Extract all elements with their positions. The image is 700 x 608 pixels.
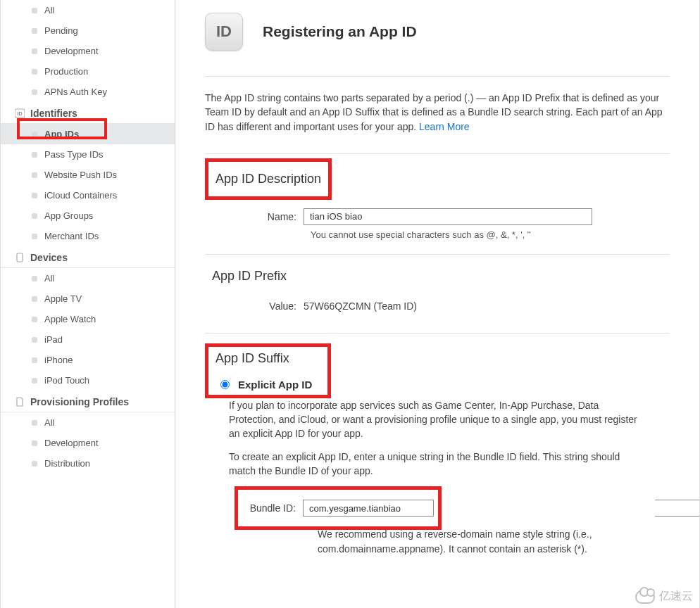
bullet-icon	[32, 378, 37, 384]
sidebar-item-label: Merchant IDs	[44, 231, 99, 241]
sidebar-heading-label: Devices	[30, 252, 68, 263]
highlight-box-suffix: App ID Suffix Explicit App ID	[205, 343, 331, 398]
bullet-icon	[32, 28, 37, 34]
sidebar-item-pass-type-ids[interactable]: Pass Type IDs	[1, 144, 175, 165]
sidebar-item-devices-all[interactable]: All	[1, 268, 175, 289]
prefix-value-label: Value:	[205, 300, 304, 312]
bullet-icon	[32, 49, 37, 54]
bullet-icon	[32, 276, 37, 281]
sidebar-item-label: All	[44, 417, 54, 428]
main-content: ID Registering an App ID The App ID stri…	[175, 0, 699, 608]
sidebar-heading-profiles[interactable]: Provisioning Profiles	[1, 391, 175, 412]
sidebar-item-development[interactable]: Development	[1, 41, 175, 61]
svg-text:ID: ID	[18, 111, 23, 116]
sidebar-item-profiles-distribution[interactable]: Distribution	[1, 453, 175, 474]
section-title-description: App ID Description	[208, 162, 328, 196]
section-title-prefix: App ID Prefix	[205, 259, 294, 293]
bullet-icon	[32, 296, 37, 302]
bullet-icon	[32, 172, 37, 178]
name-input[interactable]	[304, 208, 592, 225]
page-header: ID Registering an App ID	[205, 0, 670, 72]
sidebar-item-profiles-development[interactable]: Development	[1, 433, 175, 453]
suffix-paragraph-1: If you plan to incorporate app services …	[229, 398, 670, 450]
highlight-box-description: App ID Description	[205, 158, 332, 200]
explicit-app-id-radio[interactable]	[220, 380, 230, 389]
bullet-icon	[32, 441, 37, 446]
divider	[205, 254, 670, 255]
bullet-icon	[32, 69, 37, 75]
sidebar-item-ipod-touch[interactable]: iPod Touch	[1, 370, 175, 391]
sidebar-item-label: Apple TV	[44, 293, 82, 304]
sidebar-group-identifiers: App IDs Pass Type IDs Website Push IDs i…	[1, 124, 175, 246]
bullet-icon	[32, 89, 37, 95]
section-title-suffix: App ID Suffix	[215, 351, 289, 379]
bullet-icon	[32, 317, 37, 322]
bullet-icon	[32, 193, 37, 198]
sidebar-item-label: iCloud Containers	[44, 190, 117, 201]
sidebar-heading-label: Identifiers	[30, 108, 77, 119]
sidebar-group-certificates: All Pending Development Production APNs …	[1, 0, 175, 102]
bullet-icon	[32, 132, 37, 137]
sidebar-item-label: App IDs	[44, 129, 79, 139]
sidebar-item-label: Distribution	[44, 458, 90, 469]
name-label: Name:	[205, 211, 304, 222]
sidebar-item-icloud-containers[interactable]: iCloud Containers	[1, 185, 175, 205]
sidebar-item-apple-watch[interactable]: Apple Watch	[1, 309, 175, 329]
bundle-id-label: Bundle ID:	[242, 502, 303, 514]
sidebar-item-all[interactable]: All	[1, 0, 175, 20]
sidebar-item-website-push-ids[interactable]: Website Push IDs	[1, 165, 175, 185]
sidebar-heading-devices[interactable]: Devices	[1, 246, 175, 268]
sidebar-item-merchant-ids[interactable]: Merchant IDs	[1, 226, 175, 246]
sidebar: All Pending Development Production APNs …	[1, 0, 175, 608]
sidebar-item-apple-tv[interactable]: Apple TV	[1, 289, 175, 309]
watermark-text: 亿速云	[659, 589, 693, 604]
id-badge-icon: ID	[15, 108, 25, 118]
intro-text: The App ID string contains two parts sep…	[205, 81, 670, 149]
bullet-icon	[32, 357, 37, 363]
divider	[205, 333, 670, 334]
divider	[205, 76, 670, 77]
sidebar-item-label: Apple Watch	[44, 314, 96, 324]
sidebar-heading-label: Provisioning Profiles	[30, 396, 129, 407]
bullet-icon	[32, 420, 37, 426]
divider	[205, 153, 670, 154]
bullet-icon	[32, 234, 37, 239]
name-hint: You cannot use special characters such a…	[311, 229, 670, 250]
sidebar-item-label: All	[44, 5, 54, 15]
svg-rect-2	[17, 253, 23, 262]
bundle-id-input[interactable]	[303, 500, 434, 517]
learn-more-link[interactable]: Learn More	[419, 121, 470, 132]
sidebar-item-label: Development	[44, 438, 99, 448]
sidebar-item-label: iPhone	[44, 355, 73, 365]
sidebar-item-label: App Groups	[44, 210, 93, 221]
sidebar-item-app-ids[interactable]: App IDs	[1, 124, 175, 144]
sidebar-item-apns-auth-key[interactable]: APNs Auth Key	[1, 82, 175, 102]
explicit-app-id-label: Explicit App ID	[238, 379, 312, 391]
sidebar-item-label: iPad	[44, 334, 63, 345]
sidebar-item-label: Website Push IDs	[44, 170, 117, 180]
app-id-badge-icon: ID	[205, 13, 243, 51]
sidebar-item-ipad[interactable]: iPad	[1, 329, 175, 350]
bullet-icon	[32, 461, 37, 467]
cloud-icon	[635, 590, 655, 604]
sidebar-item-label: Development	[44, 46, 99, 56]
bullet-icon	[32, 152, 37, 158]
page-title: Registering an App ID	[263, 23, 417, 40]
bullet-icon	[32, 8, 37, 13]
sidebar-item-iphone[interactable]: iPhone	[1, 350, 175, 370]
sidebar-heading-identifiers[interactable]: ID Identifiers	[1, 102, 175, 124]
sidebar-item-label: Production	[44, 66, 88, 77]
sidebar-item-label: Pass Type IDs	[44, 149, 104, 160]
sidebar-item-profiles-all[interactable]: All	[1, 412, 175, 433]
prefix-value-text: 57W66QZCMN (Team ID)	[304, 300, 417, 312]
bullet-icon	[32, 337, 37, 343]
sidebar-item-label: iPod Touch	[44, 375, 89, 386]
bullet-icon	[32, 213, 37, 219]
sidebar-item-pending[interactable]: Pending	[1, 20, 175, 41]
highlight-box-bundle-id: Bundle ID:	[235, 486, 442, 530]
sidebar-item-production[interactable]: Production	[1, 61, 175, 82]
sidebar-item-label: All	[44, 273, 54, 284]
sidebar-item-app-groups[interactable]: App Groups	[1, 205, 175, 226]
document-icon	[15, 397, 25, 407]
bundle-id-input-extension[interactable]	[655, 500, 699, 517]
